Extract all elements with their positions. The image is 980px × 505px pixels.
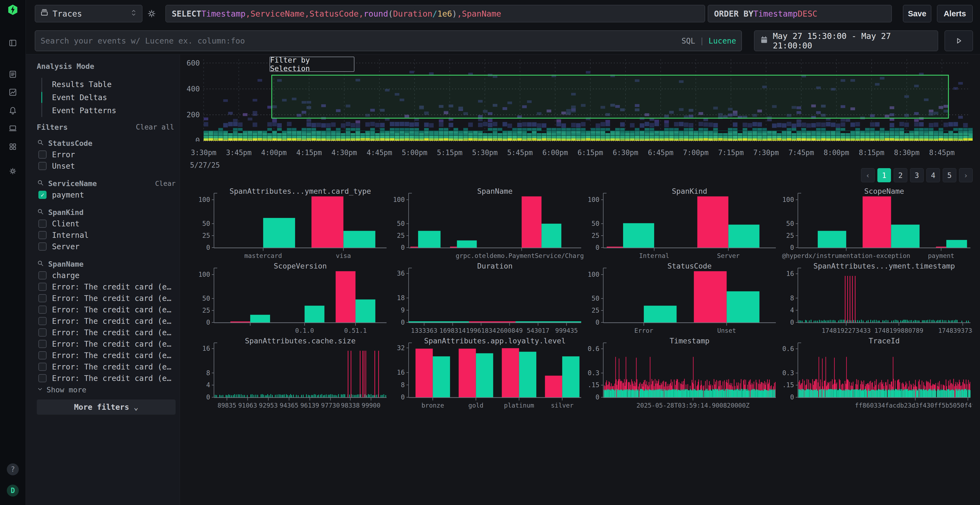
mode-separator: |: [700, 37, 704, 45]
filter-option[interactable]: Error: The credit card (end…: [37, 349, 176, 361]
svg-text:Internal: Internal: [639, 252, 670, 259]
filter-group-header-ServiceName: ServiceNameClear: [37, 178, 176, 189]
svg-text:platinum: platinum: [504, 402, 534, 409]
page-button-3[interactable]: 3: [910, 168, 924, 182]
checkbox[interactable]: [38, 231, 46, 239]
page-button-2[interactable]: 2: [894, 168, 907, 182]
filter-by-selection-tooltip[interactable]: Filter by Selection: [269, 57, 355, 72]
chevron-down-icon: [37, 386, 43, 394]
checkbox[interactable]: [38, 271, 46, 279]
analysis-mode-event-patterns[interactable]: Event Patterns: [42, 104, 116, 117]
lucene-mode-toggle[interactable]: Lucene: [709, 37, 736, 45]
svg-text:50: 50: [786, 220, 794, 227]
line-chart-icon[interactable]: [7, 87, 18, 98]
app-logo-icon[interactable]: [7, 4, 18, 15]
svg-text:1333363: 1333363: [411, 327, 438, 334]
svg-text:2025-05-28T03:59:14.900820000Z: 2025-05-28T03:59:14.900820000Z: [636, 402, 750, 409]
clear-all-filters-link[interactable]: Clear all: [136, 123, 174, 132]
page-button-1[interactable]: 1: [877, 168, 891, 182]
search-bar: SQL | Lucene: [35, 30, 742, 51]
filter-option[interactable]: ✓payment: [37, 189, 176, 200]
checkbox[interactable]: ✓: [38, 191, 46, 199]
next-page-button[interactable]: ›: [959, 168, 973, 182]
checkbox[interactable]: [38, 243, 46, 251]
mini-chart-5: Duration36189013333631698314199618342600…: [393, 262, 583, 336]
query-token: StatusCode: [310, 9, 359, 19]
filter-option[interactable]: Error: The credit card (end…: [37, 292, 176, 304]
analysis-mode-event-deltas[interactable]: Event Deltas: [42, 91, 116, 104]
checkbox[interactable]: [38, 162, 46, 170]
filter-option[interactable]: Error: [37, 149, 176, 160]
logs-icon[interactable]: [7, 69, 18, 80]
filter-option[interactable]: Unset: [37, 160, 176, 172]
svg-text:96139: 96139: [300, 402, 319, 409]
prev-page-button[interactable]: ‹: [861, 168, 875, 182]
filters-title: Filters: [37, 123, 68, 132]
filter-option[interactable]: Server: [37, 241, 176, 252]
checkbox[interactable]: [38, 363, 46, 371]
svg-text:payment: payment: [928, 252, 955, 259]
chevrons-updown-icon: [130, 9, 137, 19]
topbar: Traces SELECT Timestamp,ServiceName,Stat…: [26, 0, 980, 54]
checkbox[interactable]: [38, 283, 46, 291]
time-axis-label: 5:45pm: [501, 149, 539, 157]
save-button[interactable]: Save: [903, 5, 931, 22]
bell-icon[interactable]: [7, 105, 18, 116]
svg-text:100: 100: [393, 196, 405, 203]
search-input[interactable]: [41, 36, 677, 45]
monitor-icon[interactable]: [7, 123, 18, 134]
gear-icon[interactable]: [7, 166, 18, 176]
clear-group-link[interactable]: Clear: [155, 179, 176, 187]
avatar[interactable]: D: [7, 484, 19, 497]
page-button-5[interactable]: 5: [943, 168, 956, 182]
checkbox[interactable]: [38, 151, 46, 159]
filter-option[interactable]: Error: The credit card (end…: [37, 373, 176, 384]
filter-option[interactable]: Error: The credit card (end…: [37, 281, 176, 292]
checkbox[interactable]: [38, 351, 46, 359]
svg-text:SpanAttributes...yment.card_ty: SpanAttributes...yment.card_type: [229, 187, 371, 195]
page-button-4[interactable]: 4: [926, 168, 940, 182]
date-range-picker[interactable]: May 27 15:30:00 - May 27 21:00:00: [754, 30, 938, 51]
time-axis-label: 7:30pm: [747, 149, 785, 157]
filter-option[interactable]: Error: The credit card (end…: [37, 315, 176, 327]
show-more-link[interactable]: Show more: [37, 384, 176, 395]
filter-option[interactable]: Error: The credit card (end…: [37, 338, 176, 349]
svg-text:Server: Server: [717, 252, 740, 259]
panels-icon[interactable]: [7, 38, 18, 48]
sql-mode-toggle[interactable]: SQL: [681, 37, 695, 45]
checkbox[interactable]: [38, 374, 46, 382]
more-filters-button[interactable]: More filters ⌄: [37, 399, 176, 414]
checkbox[interactable]: [38, 340, 46, 348]
svg-text:200: 200: [186, 110, 200, 119]
svg-text:100: 100: [588, 271, 600, 278]
run-query-button[interactable]: [945, 30, 973, 51]
grid-icon[interactable]: [7, 141, 18, 152]
source-select[interactable]: Traces: [35, 5, 142, 22]
filter-option[interactable]: Error: The credit card (end…: [37, 327, 176, 338]
checkbox[interactable]: [38, 219, 46, 228]
order-by-input[interactable]: ORDER BY Timestamp DESC: [708, 5, 892, 22]
help-button[interactable]: ?: [7, 464, 19, 475]
select-query-input[interactable]: SELECT Timestamp,ServiceName,StatusCode,…: [165, 5, 705, 22]
filter-option[interactable]: Error: The credit card (end…: [37, 304, 176, 315]
svg-text:bronze: bronze: [422, 402, 444, 409]
filter-option[interactable]: Error: The credit card (end…: [37, 361, 176, 373]
alerts-button[interactable]: Alerts: [937, 5, 973, 22]
filter-option[interactable]: Client: [37, 218, 176, 229]
svg-text:9: 9: [401, 306, 405, 314]
checkbox[interactable]: [38, 317, 46, 325]
checkbox[interactable]: [38, 306, 46, 314]
svg-text:1698314: 1698314: [439, 327, 466, 334]
mini-chart-3: ScopeName10050250@hyperdx/instrumentatio…: [782, 187, 973, 261]
checkbox[interactable]: [38, 294, 46, 302]
checkbox[interactable]: [38, 329, 46, 337]
svg-text:0: 0: [196, 136, 200, 141]
analysis-mode-results-table[interactable]: Results Table: [42, 78, 116, 91]
query-settings-gear-icon[interactable]: [146, 8, 157, 19]
svg-text:ff860334facdb23d3f430ff5b5050f: ff860334facdb23d3f430ff5b5050f4f: [855, 402, 973, 409]
filter-option[interactable]: charge: [37, 270, 176, 281]
query-token: ,: [305, 9, 310, 19]
svg-text:StatusCode: StatusCode: [668, 262, 712, 270]
filter-option[interactable]: Internal: [37, 229, 176, 241]
filter-group-title: StatusCode: [48, 139, 92, 148]
